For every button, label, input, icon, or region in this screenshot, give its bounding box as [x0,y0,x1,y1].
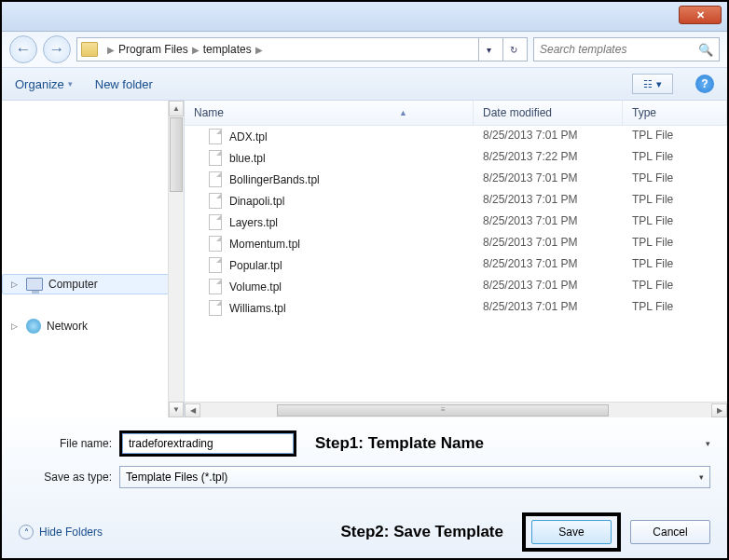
sidebar-scrollbar[interactable]: ▲ ▼ [168,101,184,417]
chevron-down-icon[interactable]: ▾ [706,439,710,448]
crumb-sep-icon: ▶ [107,45,115,55]
file-row[interactable]: ADX.tpl8/25/2013 7:01 PMTPL File [185,126,727,147]
column-header-date[interactable]: Date modified [474,101,623,125]
file-list-pane: Name▲ Date modified Type ADX.tpl8/25/201… [185,101,727,417]
scroll-right-button[interactable]: ▶ [711,403,727,417]
column-header-name[interactable]: Name▲ [185,101,474,125]
search-input[interactable] [540,43,693,56]
file-name: Layers.tpl [229,216,278,229]
search-icon: 🔍 [698,43,713,57]
file-date: 8/25/2013 7:22 PM [474,150,623,166]
scroll-thumb[interactable]: ≡ [277,404,609,417]
horizontal-scrollbar[interactable]: ◀ ≡ ▶ [185,402,727,417]
column-headers: Name▲ Date modified Type [185,101,727,126]
save-type-label: Save as type: [19,471,112,484]
file-row[interactable]: Dinapoli.tpl8/25/2013 7:01 PMTPL File [185,190,727,212]
file-name: Popular.tpl [229,259,282,272]
file-date: 8/25/2013 7:01 PM [474,193,623,209]
organize-button[interactable]: Organize ▾ [15,77,73,91]
file-type: TPL File [623,171,727,187]
file-row[interactable]: BollingerBands.tpl8/25/2013 7:01 PMTPL F… [185,169,727,190]
expand-icon[interactable]: ▷ [11,280,21,289]
file-row[interactable]: Volume.tpl8/25/2013 7:01 PMTPL File [185,276,727,297]
file-name-input[interactable] [122,433,294,454]
save-button[interactable]: Save [531,520,612,544]
tree-item-label: Computer [48,278,98,291]
crumb-sep-icon: ▶ [192,45,199,55]
search-box[interactable]: 🔍 [533,37,720,61]
file-date: 8/25/2013 7:01 PM [474,279,623,294]
file-rows: ADX.tpl8/25/2013 7:01 PMTPL Fileblue.tpl… [185,126,727,319]
file-date: 8/25/2013 7:01 PM [474,171,623,187]
save-as-dialog: ✕ ← → ▶ Program Files ▶ templates ▶ ▾ ↻ … [2,2,727,558]
annotation-step1: Step1: Template Name [315,434,484,453]
new-folder-button[interactable]: New folder [95,77,153,91]
refresh-button[interactable]: ↻ [502,38,523,61]
column-header-type[interactable]: Type [623,101,727,125]
body-area: ▷ Computer ▷ Network ▲ ▼ Name▲ Date modi… [2,101,727,417]
tree-item-network[interactable]: ▷ Network [2,315,184,337]
file-row[interactable]: Momentum.tpl8/25/2013 7:01 PMTPL File [185,233,727,254]
file-name: Momentum.tpl [229,238,300,251]
file-name: Volume.tpl [229,280,282,294]
view-options-button[interactable]: ☷ ▾ [632,74,673,94]
chevron-down-icon: ▾ [487,45,491,55]
scroll-thumb[interactable] [170,117,183,192]
file-name: Dinapoli.tpl [229,195,284,208]
file-date: 8/25/2013 7:01 PM [474,214,623,230]
chevron-up-icon: ˄ [19,525,34,540]
breadcrumb-segment[interactable]: templates [203,43,252,56]
file-type: TPL File [623,257,727,273]
scroll-down-button[interactable]: ▼ [169,402,184,417]
cancel-button[interactable]: Cancel [630,520,710,544]
address-bar[interactable]: ▶ Program Files ▶ templates ▶ ▾ ↻ [76,37,528,61]
save-type-combo[interactable]: Template Files (*.tpl) ▾ [119,466,710,488]
expand-icon[interactable]: ▷ [11,321,21,331]
help-icon: ? [701,77,708,90]
file-type: TPL File [623,279,727,294]
file-icon [209,171,222,187]
annotation-step2: Step2: Save Template [341,523,503,541]
chevron-down-icon: ▾ [699,472,704,482]
file-row[interactable]: blue.tpl8/25/2013 7:22 PMTPL File [185,147,727,169]
file-type: TPL File [623,193,727,209]
breadcrumb-segment[interactable]: Program Files [118,43,188,56]
hide-folders-button[interactable]: ˄ Hide Folders [19,525,103,540]
scroll-left-button[interactable]: ◀ [185,403,200,417]
address-dropdown-button[interactable]: ▾ [478,38,499,61]
file-type: TPL File [623,150,727,166]
help-button[interactable]: ? [695,75,714,93]
file-name: Williams.tpl [229,302,286,315]
tree-item-label: Network [47,320,88,333]
sort-ascending-icon: ▲ [399,108,407,117]
save-button-highlight: Save [522,512,621,552]
file-type: TPL File [623,214,727,230]
form-area: File name: Step1: Template Name ▾ Save a… [2,417,727,503]
file-row[interactable]: Popular.tpl8/25/2013 7:01 PMTPL File [185,254,727,276]
network-icon [26,319,41,334]
back-icon: ← [16,40,32,59]
forward-button[interactable]: → [43,35,71,63]
file-icon [209,193,222,209]
scroll-up-button[interactable]: ▲ [169,101,184,116]
navigation-bar: ← → ▶ Program Files ▶ templates ▶ ▾ ↻ 🔍 [2,32,727,67]
tree-item-computer[interactable]: ▷ Computer [2,274,184,294]
file-date: 8/25/2013 7:01 PM [474,257,623,273]
close-button[interactable]: ✕ [679,6,722,24]
chevron-down-icon: ▾ [68,79,73,89]
save-type-value: Template Files (*.tpl) [126,471,227,484]
close-icon: ✕ [696,9,705,21]
file-date: 8/25/2013 7:01 PM [474,300,623,316]
file-row[interactable]: Layers.tpl8/25/2013 7:01 PMTPL File [185,212,727,233]
file-name-highlight [119,430,296,457]
file-row[interactable]: Williams.tpl8/25/2013 7:01 PMTPL File [185,297,727,319]
navigation-tree: ▷ Computer ▷ Network ▲ ▼ [2,101,185,417]
file-name: blue.tpl [229,152,266,165]
file-icon [209,236,222,252]
refresh-icon: ↻ [510,45,517,55]
footer: ˄ Hide Folders Step2: Save Template Save… [2,503,727,560]
crumb-sep-icon: ▶ [255,45,263,55]
file-date: 8/25/2013 7:01 PM [474,129,623,144]
folder-icon [81,42,98,57]
back-button[interactable]: ← [9,35,37,63]
